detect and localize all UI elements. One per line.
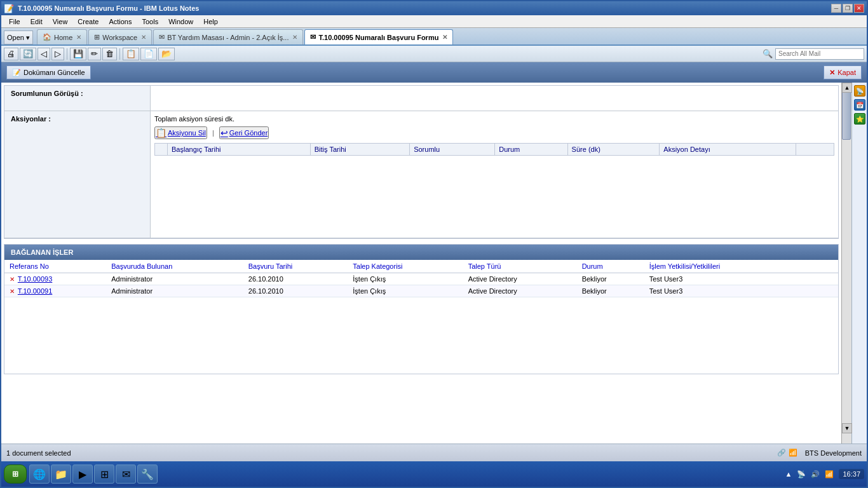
menu-tools[interactable]: Tools — [137, 17, 163, 27]
menu-view[interactable]: View — [48, 17, 73, 27]
scroll-up-button[interactable]: ▲ — [842, 83, 852, 93]
ref-cell: ✕ T.10.00093 — [4, 273, 106, 285]
status-message: 1 document selected — [6, 449, 71, 457]
toolbar-separator2 — [119, 48, 120, 60]
col-basvuran: Başvuruda Bulunan — [106, 260, 243, 273]
print-button[interactable]: 🖨 — [4, 48, 18, 60]
menu-actions[interactable]: Actions — [104, 17, 137, 27]
ref-link2[interactable]: T.10.00091 — [18, 287, 52, 295]
scroll-thumb[interactable] — [842, 89, 851, 140]
aksiyon-toolbar: 📋 Aksiyonu Sil | ↩ Geri Gönder — [154, 126, 834, 139]
aksiyon-sil-button[interactable]: 📋 Aksiyonu Sil — [154, 126, 207, 139]
move-button[interactable]: 📂 — [158, 48, 175, 60]
taskbar-browser[interactable]: 🌐 — [29, 464, 50, 484]
tab-form[interactable]: ✉ T.10.00095 Numaralı Başvuru Formu ✕ — [304, 29, 453, 44]
col-sorumlu: Sorumlu — [410, 144, 495, 156]
baglanan-header: BAĞLANAN İŞLER — [4, 245, 838, 260]
status-bar: 1 document selected 🔗 📶 BTS Development — [1, 444, 867, 461]
tab-bar: Open ▾ 🏠 Home ✕ ⊞ Workspace ✕ ✉ BT Yardı… — [1, 28, 867, 46]
taskbar-mail[interactable]: ✉ — [116, 464, 136, 484]
durum-cell: Bekliyor — [577, 273, 644, 285]
restore-button[interactable]: ❐ — [843, 4, 853, 13]
form-section: Sorumlunun Görüşü : Aksiyonlar : Toplam … — [4, 85, 839, 239]
windows-logo: ⊞ — [12, 470, 18, 478]
signal-icon: 📶 — [789, 449, 797, 457]
bt-tab-close[interactable]: ✕ — [292, 34, 297, 41]
refresh-button[interactable]: 🔄 — [20, 48, 36, 60]
col-baslangic: Başlangıç Tarihi — [168, 144, 311, 156]
action-bar: 📝 Dokümanı Güncelle ✕ Kapat — [1, 62, 867, 83]
extra-cell — [800, 273, 838, 285]
taskbar-clock: 16:37 — [839, 469, 864, 479]
baglanan-table: Referans No Başvuruda Bulunan Başvuru Ta… — [4, 260, 838, 297]
tab-bt-yardim[interactable]: ✉ BT Yardım Masası - Admin - 2.Açık İş..… — [153, 29, 303, 44]
network-label: BTS Development — [805, 449, 862, 457]
col-extra — [796, 144, 834, 156]
scroll-down-button[interactable]: ▼ — [842, 423, 852, 433]
taskbar-tools[interactable]: 🔧 — [137, 464, 158, 484]
right-sidebar: 📡 📅 ⭐ — [851, 83, 867, 444]
home-tab-label: Home — [54, 34, 72, 41]
yetkili-cell: Test User3 — [644, 273, 800, 285]
form-tab-label: T.10.00095 Numaralı Başvuru Formu — [318, 34, 438, 41]
menu-file[interactable]: File — [4, 17, 25, 27]
basvuran-cell2: Administrator — [106, 285, 243, 297]
taskbar-explorer[interactable]: 📁 — [51, 464, 71, 484]
up-arrow-icon: ▲ — [785, 470, 792, 478]
form-tab-close[interactable]: ✕ — [442, 34, 447, 41]
home-tab-close[interactable]: ✕ — [76, 34, 81, 41]
window-controls: ─ ❐ ✕ — [831, 4, 864, 13]
taskbar-media[interactable]: ▶ — [72, 464, 93, 484]
back-button[interactable]: ◁ — [37, 48, 50, 60]
geri-gonder-button[interactable]: ↩ Geri Gönder — [219, 126, 269, 139]
taskbar-network-icon: 📡 — [797, 470, 806, 478]
tab-workspace[interactable]: ⊞ Workspace ✕ — [88, 29, 152, 44]
basvuran-cell: Administrator — [106, 273, 243, 285]
baglanan-empty-space — [4, 297, 838, 374]
menu-edit[interactable]: Edit — [25, 17, 48, 27]
tab-home[interactable]: 🏠 Home ✕ — [37, 29, 87, 44]
taskbar-workspace[interactable]: ⊞ — [94, 464, 114, 484]
kategori-cell: İşten Çıkış — [348, 273, 463, 285]
forward-button[interactable]: ▷ — [51, 48, 64, 60]
ref-link[interactable]: T.10.00093 — [18, 275, 52, 283]
workspace-tab-icon: ⊞ — [94, 33, 100, 41]
sil-icon: 📋 — [156, 128, 166, 138]
close-label: Kapat — [837, 69, 856, 76]
start-button[interactable]: ⊞ — [4, 464, 27, 484]
tarih-cell: 26.10.2010 — [243, 273, 348, 285]
baglanan-rows: ✕ T.10.00093 Administrator 26.10.2010 İş… — [4, 273, 838, 297]
star-icon[interactable]: ⭐ — [854, 113, 865, 125]
minimize-button[interactable]: ─ — [831, 4, 841, 13]
yetkili-cell2: Test User3 — [644, 285, 800, 297]
edit-button[interactable]: ✏ — [88, 48, 101, 60]
toolbar-separator — [67, 48, 67, 60]
paste-button[interactable]: 📄 — [140, 48, 157, 60]
aksiyonlar-label: Aksiyonlar : — [4, 111, 151, 238]
vertical-scrollbar[interactable]: ▼ ▲ — [841, 83, 851, 444]
search-input[interactable] — [775, 48, 864, 60]
close-document-button[interactable]: ✕ Kapat — [824, 65, 862, 79]
close-window-button[interactable]: ✕ — [854, 4, 864, 13]
save-button[interactable]: 💾 — [70, 48, 86, 60]
menu-window[interactable]: Window — [163, 17, 198, 27]
sorumlunun-value — [151, 86, 838, 111]
workspace-tab-close[interactable]: ✕ — [141, 34, 146, 41]
update-document-button[interactable]: 📝 Dokümanı Güncelle — [6, 65, 91, 79]
delete-button[interactable]: 🗑 — [102, 48, 117, 60]
taskbar-apps: 🌐 📁 ▶ ⊞ ✉ 🔧 — [29, 464, 158, 484]
toplam-aksiyon-text: Toplam aksiyon süresi dk. — [154, 115, 834, 123]
rss-icon[interactable]: 📡 — [854, 85, 865, 97]
open-button[interactable]: Open ▾ — [4, 30, 33, 44]
workspace-tab-label: Workspace — [102, 34, 137, 41]
aksiyon-rows — [155, 156, 834, 232]
update-label: Dokümanı Güncelle — [24, 69, 85, 76]
menu-create[interactable]: Create — [72, 17, 104, 27]
menu-help[interactable]: Help — [198, 17, 223, 27]
search-icon: 🔍 — [763, 49, 773, 58]
window-title: T.10.00095 Numaralı Başvuru Formu - IBM … — [18, 4, 199, 12]
calendar-icon[interactable]: 📅 — [854, 99, 865, 111]
copy-button[interactable]: 📋 — [123, 48, 139, 60]
table-row: ✕ T.10.00091 Administrator 26.10.2010 İş… — [4, 285, 838, 297]
tur-cell: Active Directory — [463, 273, 577, 285]
